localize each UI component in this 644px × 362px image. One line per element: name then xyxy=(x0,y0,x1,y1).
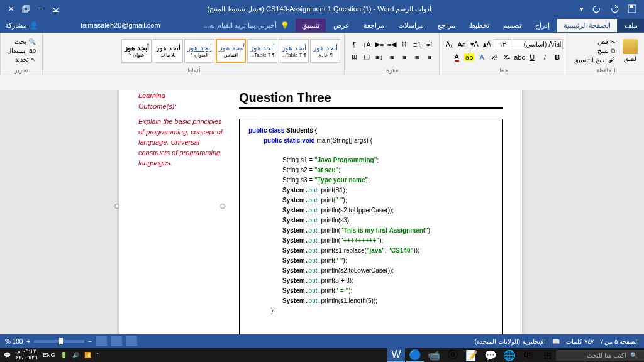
tab-file[interactable]: ملف xyxy=(618,19,644,32)
share-button[interactable]: 👤 مشاركة xyxy=(0,21,43,30)
network-icon[interactable]: 📶 xyxy=(84,352,91,358)
show-marks-button[interactable]: ¶ xyxy=(348,39,360,50)
qat-dropdown[interactable]: ▾ xyxy=(580,5,584,13)
close-icon[interactable]: ✕ xyxy=(6,4,15,13)
notifications-icon[interactable]: 💬 xyxy=(4,352,11,358)
ribbon-options-icon[interactable] xyxy=(52,4,60,13)
align-right-button[interactable]: ≡ xyxy=(424,52,435,63)
justify-button[interactable]: ≡ xyxy=(386,52,397,63)
grow-font-button[interactable]: A▴ xyxy=(481,39,492,50)
styles-gallery[interactable]: أبجد هوز¶ عادي أبجد هوز¶ Table T... أبجد… xyxy=(121,39,340,63)
menubar: ملف الصفحة الرئيسية إدراج تصميم تخطيط مر… xyxy=(0,18,644,33)
strike-button[interactable]: abc xyxy=(514,52,525,63)
tab-layout[interactable]: تخطيط xyxy=(463,19,496,32)
style-table1[interactable]: أبجد هوز¶ Table T... xyxy=(279,39,309,63)
format-painter-button[interactable]: 🖌نسخ التنسيق xyxy=(571,56,618,64)
font-name-select[interactable] xyxy=(513,39,563,50)
tellme-box[interactable]: 💡 أخبرني بما تريد القيام به... xyxy=(197,19,296,32)
tab-home[interactable]: الصفحة الرئيسية xyxy=(557,19,617,32)
tab-format[interactable]: تنسيق xyxy=(296,19,326,32)
tab-references[interactable]: مراجع xyxy=(431,19,462,32)
tray-chevron[interactable]: ˄ xyxy=(96,352,99,358)
decrease-indent-button[interactable]: ◀≡ xyxy=(386,39,397,50)
onenote-icon[interactable]: 📝 xyxy=(463,348,480,362)
italic-button[interactable]: I xyxy=(539,52,550,63)
zoom-out-button[interactable]: − xyxy=(88,338,92,345)
zoom-level[interactable]: 100 % xyxy=(5,338,23,345)
numbering-button[interactable]: 1≡ xyxy=(411,39,423,50)
bullets-button[interactable]: ⁝≡ xyxy=(424,39,435,50)
zoom-thumb[interactable] xyxy=(59,338,63,344)
replace-button[interactable]: abاستبدال xyxy=(4,47,38,55)
increase-indent-button[interactable]: ≡▶ xyxy=(374,39,385,50)
font-color-button[interactable]: A xyxy=(451,52,462,63)
store-icon[interactable]: 🛍 xyxy=(519,348,537,362)
clock[interactable]: ٠٦:١٢ م ٤٢/٠٦/٢٦ xyxy=(16,349,38,361)
style-quote[interactable]: أبجد هوزاقتباس xyxy=(216,39,246,63)
style-normal[interactable]: أبجد هوز¶ عادي xyxy=(310,39,340,63)
battery-icon[interactable]: 🔋 xyxy=(60,352,67,358)
zoom-icon[interactable]: 📹 xyxy=(425,348,443,362)
spell-check-icon[interactable]: 📖 xyxy=(552,338,560,345)
word-icon[interactable]: W xyxy=(387,348,405,362)
copy-button[interactable]: ⧉نسخ xyxy=(571,47,618,55)
cut-button[interactable]: ✂قص xyxy=(571,38,618,46)
borders-button[interactable]: ⊞ xyxy=(348,52,360,63)
redo-icon[interactable] xyxy=(592,4,601,13)
style-nospacing[interactable]: أبجد هوزبلا تباعد xyxy=(153,39,183,63)
whatsapp-icon[interactable]: 💬 xyxy=(482,348,499,362)
undo-icon[interactable] xyxy=(610,4,619,13)
bold-button[interactable]: B xyxy=(552,52,563,63)
shrink-font-button[interactable]: A▾ xyxy=(469,39,480,50)
ie-icon[interactable]: ⓔ xyxy=(444,348,462,362)
document-area[interactable]: LearningOutcome(s): Explain the basic pr… xyxy=(0,90,644,334)
user-email[interactable]: taimasaleh20@gmail.com xyxy=(80,21,160,29)
font-size-select[interactable] xyxy=(494,39,511,50)
edge-icon[interactable]: 🌐 xyxy=(501,348,518,362)
word-count[interactable]: ٧٤٧ كلمات xyxy=(566,338,594,345)
shading-button[interactable]: ▢ xyxy=(361,52,372,63)
language-indicator[interactable]: ENG xyxy=(43,352,55,358)
change-case-button[interactable]: Aa xyxy=(456,39,467,50)
tab-mailings[interactable]: مراسلات xyxy=(392,19,430,32)
underline-button[interactable]: U xyxy=(526,52,538,63)
subscript-button[interactable]: x₂ xyxy=(501,52,513,63)
zoom-in-button[interactable]: + xyxy=(26,338,30,345)
multilevel-button[interactable]: ⁝⁝ xyxy=(399,39,410,50)
zoom-slider[interactable] xyxy=(34,340,84,343)
style-table2[interactable]: أبجد هوز¶ Table T... xyxy=(247,39,277,63)
paste-button[interactable]: لصق xyxy=(620,38,640,63)
style-heading2[interactable]: أبجد هوزعنوان ٢ xyxy=(121,39,152,63)
tab-insert[interactable]: إدراج xyxy=(529,19,556,32)
superscript-button[interactable]: x² xyxy=(489,52,500,63)
replace-icon: ab xyxy=(29,47,36,54)
read-mode-button[interactable] xyxy=(126,336,137,346)
tab-view[interactable]: عرض xyxy=(327,19,356,32)
style-heading1[interactable]: أبجد هوزالعنوان ١ xyxy=(184,39,214,63)
selection-handle[interactable] xyxy=(114,204,119,209)
sort-button[interactable]: A↓ xyxy=(361,39,372,50)
selection-handle[interactable] xyxy=(220,204,225,209)
clear-format-button[interactable]: Aᵪ xyxy=(443,39,455,50)
web-layout-button[interactable] xyxy=(96,336,107,346)
text-effects-button[interactable]: A xyxy=(476,52,487,63)
minimize-icon[interactable]: ─ xyxy=(36,4,45,13)
task-view-button[interactable]: ⊞ xyxy=(538,348,556,362)
page-count[interactable]: الصفحة ٥ من ٧ xyxy=(600,338,639,345)
restore-icon[interactable] xyxy=(21,4,30,13)
save-icon[interactable] xyxy=(628,4,636,13)
outcome-column: LearningOutcome(s): Explain the basic pr… xyxy=(138,90,226,334)
highlight-button[interactable]: ab xyxy=(464,52,475,63)
tab-review[interactable]: مراجعة xyxy=(357,19,391,32)
align-center-button[interactable]: ≡ xyxy=(411,52,423,63)
print-layout-button[interactable] xyxy=(111,336,122,346)
select-button[interactable]: ↖تحديد xyxy=(4,55,38,63)
volume-icon[interactable]: 🔊 xyxy=(72,352,79,358)
line-spacing-button[interactable]: ↕≡ xyxy=(374,52,385,63)
align-left-button[interactable]: ≡ xyxy=(399,52,410,63)
chrome-icon[interactable]: 🔵 xyxy=(406,348,424,362)
find-button[interactable]: 🔍بحث xyxy=(4,38,38,46)
taskbar-search[interactable]: 🔍 اكتب هنا للبحث xyxy=(556,350,644,361)
tab-design[interactable]: تصميم xyxy=(497,19,528,32)
language-status[interactable]: الإنجليزية (الولايات المتحدة) xyxy=(475,338,546,345)
